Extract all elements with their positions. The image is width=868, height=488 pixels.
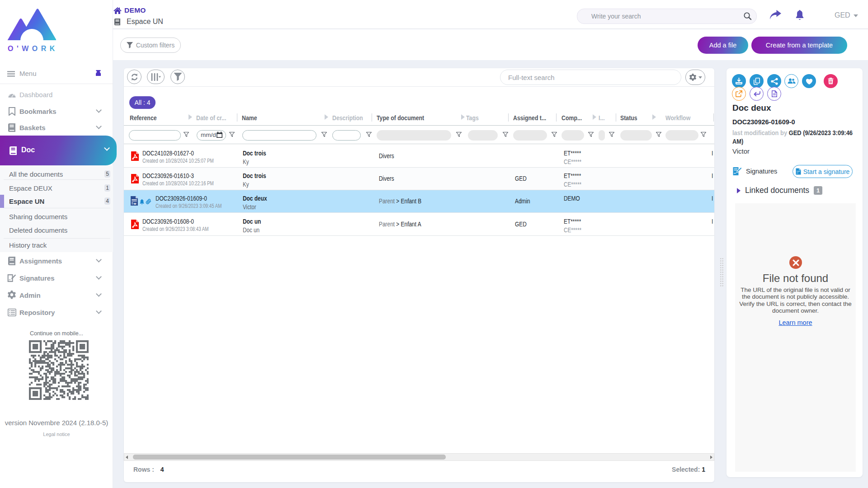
svg-text:w: w	[133, 202, 136, 206]
svg-text:O'WORK: O'WORK	[8, 45, 57, 52]
